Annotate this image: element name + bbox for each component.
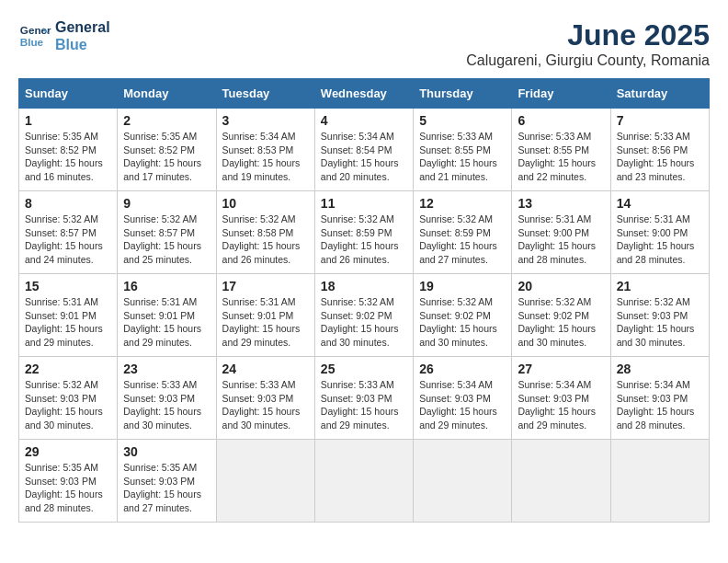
day-info: Sunrise: 5:32 AMSunset: 9:03 PMDaylight:… [25,378,111,432]
day-info: Sunrise: 5:33 AMSunset: 9:03 PMDaylight:… [123,378,210,432]
logo-icon: General Blue [18,19,51,52]
day-cell-28: 28Sunrise: 5:34 AMSunset: 9:03 PMDayligh… [610,357,709,440]
day-number: 12 [419,196,506,211]
day-number: 13 [518,196,604,211]
calendar-week-2: 8Sunrise: 5:32 AMSunset: 8:57 PMDaylight… [19,191,710,274]
day-number: 17 [222,279,309,293]
day-info: Sunrise: 5:35 AMSunset: 9:03 PMDaylight:… [123,461,210,515]
day-number: 19 [419,279,506,293]
day-cell-10: 10Sunrise: 5:32 AMSunset: 8:58 PMDayligh… [216,191,314,274]
header-wednesday: Wednesday [314,79,413,109]
day-info: Sunrise: 5:33 AMSunset: 8:55 PMDaylight:… [518,130,604,184]
calendar-week-4: 22Sunrise: 5:32 AMSunset: 9:03 PMDayligh… [19,357,710,440]
day-number: 4 [321,113,407,128]
day-info: Sunrise: 5:31 AMSunset: 9:00 PMDaylight:… [617,213,703,267]
day-number: 8 [25,196,111,211]
day-cell-16: 16Sunrise: 5:31 AMSunset: 9:01 PMDayligh… [118,274,216,357]
day-info: Sunrise: 5:32 AMSunset: 8:58 PMDaylight:… [222,213,309,267]
header: General Blue General Blue June 2025 Calu… [18,18,710,69]
day-cell-15: 15Sunrise: 5:31 AMSunset: 9:01 PMDayligh… [19,274,118,357]
day-info: Sunrise: 5:34 AMSunset: 9:03 PMDaylight:… [518,378,604,432]
day-number: 16 [123,279,210,293]
day-number: 22 [25,362,111,376]
day-number: 7 [617,113,703,128]
day-cell-30: 30Sunrise: 5:35 AMSunset: 9:03 PMDayligh… [118,440,216,523]
day-number: 27 [518,362,604,376]
day-number: 28 [617,362,703,376]
day-cell-11: 11Sunrise: 5:32 AMSunset: 8:59 PMDayligh… [314,191,413,274]
day-number: 5 [419,113,506,128]
day-info: Sunrise: 5:33 AMSunset: 9:03 PMDaylight:… [222,378,309,432]
day-cell-22: 22Sunrise: 5:32 AMSunset: 9:03 PMDayligh… [19,357,118,440]
day-info: Sunrise: 5:31 AMSunset: 9:01 PMDaylight:… [222,295,309,350]
day-number: 24 [222,362,309,376]
calendar-header-row: SundayMondayTuesdayWednesdayThursdayFrid… [19,79,710,109]
day-number: 6 [518,113,604,128]
logo-line2: Blue [55,36,110,53]
day-cell-2: 2Sunrise: 5:35 AMSunset: 8:52 PMDaylight… [118,109,216,191]
month-title: June 2025 [466,18,710,52]
day-cell-12: 12Sunrise: 5:32 AMSunset: 8:59 PMDayligh… [414,191,512,274]
day-info: Sunrise: 5:32 AMSunset: 9:02 PMDaylight:… [419,295,506,350]
logo-line1: General [55,18,110,36]
day-info: Sunrise: 5:34 AMSunset: 9:03 PMDaylight:… [419,378,506,432]
day-number: 15 [25,279,111,293]
header-saturday: Saturday [610,79,709,109]
day-cell-19: 19Sunrise: 5:32 AMSunset: 9:02 PMDayligh… [414,274,512,357]
day-info: Sunrise: 5:31 AMSunset: 9:00 PMDaylight:… [518,213,604,267]
day-cell-17: 17Sunrise: 5:31 AMSunset: 9:01 PMDayligh… [216,274,314,357]
header-friday: Friday [512,79,610,109]
day-info: Sunrise: 5:35 AMSunset: 8:52 PMDaylight:… [123,130,210,184]
day-cell-24: 24Sunrise: 5:33 AMSunset: 9:03 PMDayligh… [216,357,314,440]
day-number: 30 [123,444,210,459]
day-info: Sunrise: 5:32 AMSunset: 9:02 PMDaylight:… [518,295,604,350]
day-cell-29: 29Sunrise: 5:35 AMSunset: 9:03 PMDayligh… [19,440,118,523]
day-cell-13: 13Sunrise: 5:31 AMSunset: 9:00 PMDayligh… [512,191,610,274]
day-info: Sunrise: 5:35 AMSunset: 9:03 PMDaylight:… [25,461,111,515]
day-info: Sunrise: 5:32 AMSunset: 9:02 PMDaylight:… [321,295,407,350]
day-cell-14: 14Sunrise: 5:31 AMSunset: 9:00 PMDayligh… [610,191,709,274]
empty-cell [216,440,314,523]
day-number: 29 [25,444,111,459]
day-number: 14 [617,196,703,211]
day-number: 20 [518,279,604,293]
location-title: Calugareni, Giurgiu County, Romania [466,52,710,69]
day-number: 3 [222,113,309,128]
day-info: Sunrise: 5:32 AMSunset: 8:57 PMDaylight:… [25,213,111,267]
day-info: Sunrise: 5:34 AMSunset: 8:53 PMDaylight:… [222,130,309,184]
header-tuesday: Tuesday [216,79,314,109]
title-area: June 2025 Calugareni, Giurgiu County, Ro… [466,18,710,69]
day-number: 21 [617,279,703,293]
empty-cell [610,440,709,523]
svg-text:General: General [20,24,51,36]
day-info: Sunrise: 5:34 AMSunset: 8:54 PMDaylight:… [321,130,407,184]
day-info: Sunrise: 5:32 AMSunset: 8:57 PMDaylight:… [123,213,210,267]
day-info: Sunrise: 5:35 AMSunset: 8:52 PMDaylight:… [25,130,111,184]
day-info: Sunrise: 5:33 AMSunset: 8:55 PMDaylight:… [419,130,506,184]
calendar-week-5: 29Sunrise: 5:35 AMSunset: 9:03 PMDayligh… [19,440,710,523]
calendar-week-1: 1Sunrise: 5:35 AMSunset: 8:52 PMDaylight… [19,109,710,191]
day-number: 18 [321,279,407,293]
calendar: SundayMondayTuesdayWednesdayThursdayFrid… [18,78,710,523]
day-number: 25 [321,362,407,376]
header-thursday: Thursday [414,79,512,109]
logo: General Blue General Blue [18,18,110,53]
day-cell-5: 5Sunrise: 5:33 AMSunset: 8:55 PMDaylight… [414,109,512,191]
day-cell-9: 9Sunrise: 5:32 AMSunset: 8:57 PMDaylight… [118,191,216,274]
calendar-week-3: 15Sunrise: 5:31 AMSunset: 9:01 PMDayligh… [19,274,710,357]
day-info: Sunrise: 5:32 AMSunset: 9:03 PMDaylight:… [617,295,703,350]
day-info: Sunrise: 5:33 AMSunset: 9:03 PMDaylight:… [321,378,407,432]
day-cell-25: 25Sunrise: 5:33 AMSunset: 9:03 PMDayligh… [314,357,413,440]
day-info: Sunrise: 5:31 AMSunset: 9:01 PMDaylight:… [123,295,210,350]
day-number: 9 [123,196,210,211]
day-number: 10 [222,196,309,211]
day-cell-18: 18Sunrise: 5:32 AMSunset: 9:02 PMDayligh… [314,274,413,357]
day-info: Sunrise: 5:31 AMSunset: 9:01 PMDaylight:… [25,295,111,350]
empty-cell [314,440,413,523]
header-monday: Monday [118,79,216,109]
day-cell-21: 21Sunrise: 5:32 AMSunset: 9:03 PMDayligh… [610,274,709,357]
day-cell-26: 26Sunrise: 5:34 AMSunset: 9:03 PMDayligh… [414,357,512,440]
header-sunday: Sunday [19,79,118,109]
empty-cell [512,440,610,523]
day-cell-7: 7Sunrise: 5:33 AMSunset: 8:56 PMDaylight… [610,109,709,191]
